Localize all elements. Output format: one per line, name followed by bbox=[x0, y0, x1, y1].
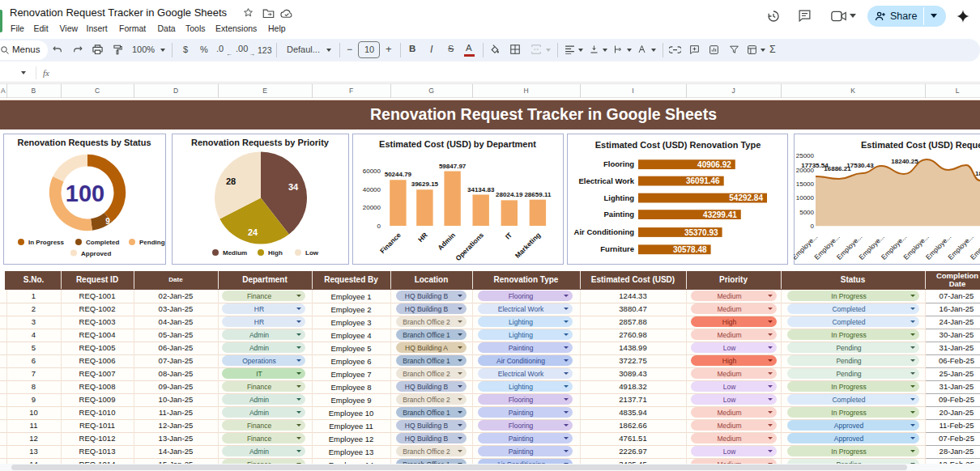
svg-text:36091.46: 36091.46 bbox=[686, 176, 720, 185]
svg-text:Finance: Finance bbox=[378, 231, 403, 255]
svg-text:High: High bbox=[268, 249, 283, 257]
svg-text:28659.11: 28659.11 bbox=[524, 191, 551, 198]
svg-text:30578.48: 30578.48 bbox=[673, 245, 707, 254]
svg-text:17530.43: 17530.43 bbox=[846, 162, 874, 169]
svg-text:20000: 20000 bbox=[363, 204, 381, 211]
svg-text:Electrical Work: Electrical Work bbox=[579, 176, 635, 185]
svg-text:28024.19: 28024.19 bbox=[496, 191, 523, 198]
svg-text:34: 34 bbox=[288, 182, 299, 192]
svg-text:0: 0 bbox=[811, 223, 815, 230]
svg-text:5000: 5000 bbox=[799, 209, 814, 216]
svg-text:40906.92: 40906.92 bbox=[697, 160, 731, 169]
svg-text:39629.15: 39629.15 bbox=[411, 180, 439, 188]
svg-text:Lighting: Lighting bbox=[604, 193, 635, 202]
svg-text:15000: 15000 bbox=[796, 180, 815, 188]
svg-text:Approved: Approved bbox=[81, 250, 111, 257]
svg-text:IT: IT bbox=[504, 231, 514, 241]
svg-text:Air Conditioning: Air Conditioning bbox=[574, 227, 635, 236]
svg-text:Completed: Completed bbox=[86, 239, 119, 246]
svg-text:Pending: Pending bbox=[139, 239, 165, 246]
svg-text:Admin: Admin bbox=[436, 231, 457, 252]
svg-text:18: 18 bbox=[975, 170, 980, 177]
svg-text:Furniture: Furniture bbox=[600, 244, 634, 253]
svg-text:40000: 40000 bbox=[363, 186, 381, 193]
svg-text:Painting: Painting bbox=[604, 210, 635, 219]
svg-text:Marketing: Marketing bbox=[513, 231, 542, 259]
svg-text:18240.25: 18240.25 bbox=[891, 158, 918, 165]
svg-text:Estimated Cost (USD) Requested: Estimated Cost (USD) Requested By bbox=[861, 140, 980, 150]
svg-text:54292.84: 54292.84 bbox=[729, 193, 763, 202]
svg-text:Estimated Cost (USD) by Depart: Estimated Cost (USD) by Department bbox=[379, 139, 536, 149]
svg-text:43299.41: 43299.41 bbox=[703, 210, 737, 219]
svg-text:100: 100 bbox=[66, 180, 104, 206]
svg-text:24: 24 bbox=[248, 227, 258, 237]
svg-text:35370.93: 35370.93 bbox=[684, 228, 718, 237]
svg-text:34134.83: 34134.83 bbox=[467, 186, 495, 193]
svg-text:9: 9 bbox=[105, 217, 110, 226]
svg-text:Flooring: Flooring bbox=[603, 159, 634, 168]
svg-text:In Progress: In Progress bbox=[28, 239, 65, 246]
svg-text:28: 28 bbox=[226, 176, 236, 186]
svg-text:60000: 60000 bbox=[363, 168, 381, 175]
svg-text:59847.97: 59847.97 bbox=[439, 163, 467, 170]
svg-text:Operations: Operations bbox=[454, 231, 485, 262]
svg-text:Renovation Requests by Status: Renovation Requests by Status bbox=[17, 138, 151, 147]
svg-text:50244.79: 50244.79 bbox=[385, 171, 412, 178]
svg-text:HR: HR bbox=[416, 231, 429, 244]
svg-text:10000: 10000 bbox=[796, 194, 815, 202]
svg-text:0: 0 bbox=[377, 223, 381, 230]
svg-text:25000: 25000 bbox=[796, 152, 815, 159]
svg-text:Medium: Medium bbox=[223, 249, 247, 257]
svg-text:Renovation Requests by Priorit: Renovation Requests by Priority bbox=[191, 138, 330, 147]
svg-text:Estimated Cost (USD) Renovatio: Estimated Cost (USD) Renovation Type bbox=[595, 140, 761, 150]
svg-text:Low: Low bbox=[305, 249, 319, 257]
